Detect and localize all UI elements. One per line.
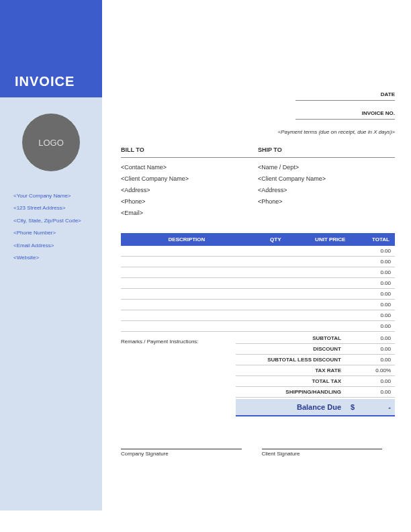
cell-description [121,300,253,310]
cell-total: 0.00 [351,257,395,267]
ship-to-block: SHIP TO <Name / Dept> <Client Company Na… [258,144,395,220]
total-tax-value: 0.00 [355,378,391,384]
balance-row: Balance Due $ - [236,399,395,416]
cell-qty [253,310,287,321]
table-row: 0.00 [121,310,395,321]
cell-total: 0.00 [351,321,395,332]
subtotal-less-value: 0.00 [355,357,391,363]
company-info: <Your Company Name> <123 Street Address>… [0,190,102,264]
cell-qty [253,246,287,257]
tax-rate-row: TAX RATE 0.00% [236,365,395,376]
cell-qty [253,257,287,267]
company-signature-label: Company Signature [121,449,242,457]
bill-to-heading: BILL TO [121,144,258,158]
cell-qty [253,321,287,332]
ship-to-heading: SHIP TO [258,144,395,158]
cell-total: 0.00 [351,289,395,300]
tax-rate-label: TAX RATE [240,367,355,373]
col-total: TOTAL [351,233,395,246]
subtotal-row: SUBTOTAL 0.00 [236,333,395,344]
sidebar: INVOICE LOGO <Your Company Name> <123 St… [0,0,102,511]
invoice-no-field-line [295,118,395,120]
signatures: Company Signature Client Signature [121,449,395,457]
cell-total: 0.00 [351,246,395,257]
shipping-value: 0.00 [355,389,391,395]
ship-to-address: <Address> [258,185,395,196]
cell-total: 0.00 [351,300,395,310]
subtotal-less-label: SUBTOTAL LESS DISCOUNT [240,357,355,363]
table-row: 0.00 [121,278,395,289]
table-row: 0.00 [121,267,395,278]
company-website: <Website> [13,252,95,264]
date-field-line [295,99,395,101]
cell-unit_price [287,289,351,300]
logo-text: LOGO [38,138,64,148]
cell-total: 0.00 [351,310,395,321]
cell-qty [253,289,287,300]
discount-row: DISCOUNT 0.00 [236,344,395,355]
date-label: DATE [121,91,395,99]
balance-label: Balance Due [240,403,351,411]
totals-block: SUBTOTAL 0.00 DISCOUNT 0.00 SUBTOTAL LES… [236,333,395,416]
company-email: <Email Address> [13,240,95,252]
table-row: 0.00 [121,289,395,300]
client-signature-block: Client Signature [262,449,383,457]
tax-rate-value: 0.00% [355,367,391,373]
table-row: 0.00 [121,321,395,332]
bill-to-company: <Client Company Name> [121,173,258,185]
bill-to-phone: <Phone> [121,196,258,208]
subtotal-less-row: SUBTOTAL LESS DISCOUNT 0.00 [236,355,395,365]
header-meta: DATE INVOICE NO. [121,91,395,120]
ship-to-phone: <Phone> [258,196,395,208]
total-tax-row: TOTAL TAX 0.00 [236,376,395,387]
cell-description [121,257,253,267]
main-content: DATE INVOICE NO. <Payment terms (due on … [102,0,411,532]
bill-to-email: <Email> [121,208,258,219]
balance-currency: $ [351,403,364,411]
cell-unit_price [287,246,351,257]
address-section: BILL TO <Contact Name> <Client Company N… [121,144,395,220]
cell-unit_price [287,267,351,278]
company-phone: <Phone Number> [13,227,95,239]
col-description: DESCRIPTION [121,233,253,246]
col-unit-price: UNIT PRICE [287,233,351,246]
cell-total: 0.00 [351,278,395,289]
payment-terms: <Payment terms (due on receipt, due in X… [121,129,395,135]
cell-description [121,267,253,278]
remarks-label: Remarks / Payment Instructions: [121,333,236,416]
shipping-row: SHIPPING/HANDLING 0.00 [236,387,395,398]
ship-to-name: <Name / Dept> [258,162,395,173]
line-items-table: DESCRIPTION QTY UNIT PRICE TOTAL 0.000.0… [121,233,395,332]
cell-total: 0.00 [351,267,395,278]
company-city: <City, State, Zip/Post Code> [13,215,95,227]
bill-to-address: <Address> [121,185,258,196]
cell-description [121,246,253,257]
cell-unit_price [287,300,351,310]
table-row: 0.00 [121,300,395,310]
cell-unit_price [287,278,351,289]
discount-label: DISCOUNT [240,346,355,352]
discount-value: 0.00 [355,346,391,352]
title-block: INVOICE [0,0,102,97]
bottom-section: Remarks / Payment Instructions: SUBTOTAL… [121,333,395,416]
company-name: <Your Company Name> [13,190,95,202]
ship-to-company: <Client Company Name> [258,173,395,185]
col-qty: QTY [253,233,287,246]
invoice-no-label: INVOICE NO. [121,110,395,118]
subtotal-label: SUBTOTAL [240,335,355,341]
invoice-title: INVOICE [15,74,75,89]
total-tax-label: TOTAL TAX [240,378,355,384]
balance-value: - [364,403,391,411]
company-address: <123 Street Address> [13,202,95,214]
company-signature-block: Company Signature [121,449,242,457]
cell-qty [253,300,287,310]
cell-unit_price [287,321,351,332]
cell-unit_price [287,310,351,321]
cell-description [121,310,253,321]
bill-to-block: BILL TO <Contact Name> <Client Company N… [121,144,258,220]
client-signature-label: Client Signature [262,449,383,457]
table-row: 0.00 [121,257,395,267]
logo-placeholder: LOGO [22,114,80,171]
subtotal-value: 0.00 [355,335,391,341]
cell-description [121,278,253,289]
